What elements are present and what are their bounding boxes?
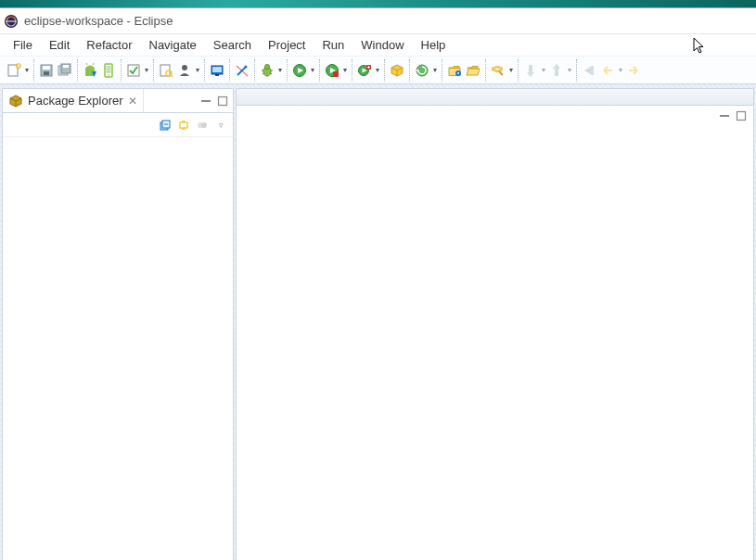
menu-help[interactable]: Help: [414, 36, 454, 54]
back-dropdown[interactable]: ▾: [617, 62, 624, 79]
svg-rect-74: [737, 112, 746, 121]
svg-marker-57: [553, 64, 560, 69]
coverage-dropdown[interactable]: ▾: [341, 62, 349, 79]
open-task-person-dropdown[interactable]: ▾: [194, 62, 201, 79]
skip-breakpoints-icon[interactable]: [234, 62, 250, 79]
focus-task-icon[interactable]: [196, 119, 209, 132]
next-annotation-icon[interactable]: [548, 62, 565, 79]
build-dropdown[interactable]: ▾: [431, 62, 439, 79]
menu-project[interactable]: Project: [261, 36, 313, 54]
svg-rect-56: [555, 69, 558, 76]
back-icon[interactable]: [599, 62, 616, 79]
search-icon[interactable]: [490, 62, 506, 79]
svg-rect-65: [219, 96, 227, 105]
svg-line-13: [86, 63, 87, 65]
open-task-icon[interactable]: [446, 62, 463, 79]
svg-rect-25: [212, 67, 222, 72]
menu-refactor[interactable]: Refactor: [79, 36, 139, 54]
link-editor-icon[interactable]: [177, 119, 190, 132]
package-explorer-tab[interactable]: Package Explorer ✕: [3, 89, 144, 112]
svg-rect-7: [43, 66, 50, 70]
package-explorer-tab-label: Package Explorer: [28, 94, 123, 108]
svg-point-28: [245, 65, 248, 68]
save-all-icon[interactable]: [57, 62, 73, 79]
svg-point-72: [201, 122, 207, 128]
svg-line-14: [93, 63, 94, 65]
android-sdk-icon[interactable]: [82, 62, 98, 79]
view-menu-icon[interactable]: ▿: [214, 119, 227, 132]
new-package-icon[interactable]: [389, 62, 405, 79]
menu-navigate[interactable]: Navigate: [142, 36, 204, 54]
debug-icon[interactable]: [259, 62, 275, 79]
editor-body[interactable]: [236, 105, 754, 560]
editor-area: [236, 88, 754, 560]
open-task-person-icon[interactable]: [176, 62, 193, 79]
package-explorer-toolbar: ▿: [3, 113, 233, 137]
title-bar[interactable]: eclipse-workspace - Eclipse: [0, 8, 756, 34]
svg-rect-11: [63, 65, 69, 68]
svg-line-22: [171, 75, 173, 77]
last-edit-icon[interactable]: [581, 62, 597, 79]
external-tools-dropdown[interactable]: ▾: [374, 62, 381, 79]
svg-rect-59: [592, 66, 594, 75]
svg-point-23: [182, 65, 187, 70]
svg-rect-8: [44, 71, 49, 75]
external-tools-icon[interactable]: [356, 62, 373, 79]
editor-tabstrip[interactable]: [236, 88, 754, 105]
menu-edit[interactable]: Edit: [42, 36, 77, 54]
prev-annotation-dropdown[interactable]: ▾: [540, 62, 547, 79]
new-dropdown[interactable]: ▾: [23, 62, 31, 79]
save-icon[interactable]: [38, 62, 55, 79]
run-icon[interactable]: [291, 62, 308, 79]
package-explorer-tree[interactable]: [3, 137, 233, 560]
svg-marker-55: [527, 72, 534, 77]
svg-marker-58: [584, 66, 592, 75]
menu-bar: File Edit Refactor Navigate Search Proje…: [0, 34, 756, 57]
svg-line-53: [499, 71, 503, 75]
search-dropdown[interactable]: ▾: [507, 62, 515, 79]
android-avd-icon[interactable]: [100, 62, 117, 79]
run-dropdown[interactable]: ▾: [309, 62, 316, 79]
package-explorer-view: Package Explorer ✕: [2, 88, 234, 560]
build-icon[interactable]: [414, 62, 430, 79]
toggle-breakpoints-icon[interactable]: [125, 62, 142, 79]
svg-rect-64: [201, 100, 211, 102]
prev-annotation-icon[interactable]: [522, 62, 539, 79]
window-title: eclipse-workspace - Eclipse: [24, 14, 173, 28]
svg-rect-17: [107, 66, 111, 73]
desktop-sliver: [0, 0, 756, 7]
menu-run[interactable]: Run: [314, 36, 352, 54]
svg-rect-73: [720, 115, 729, 117]
open-resource-icon[interactable]: [465, 62, 481, 79]
toggle-breakpoints-dropdown[interactable]: ▾: [143, 62, 150, 79]
menu-file[interactable]: File: [6, 36, 40, 54]
next-annotation-dropdown[interactable]: ▾: [566, 62, 573, 79]
package-explorer-tab-row: Package Explorer ✕: [3, 89, 233, 113]
menu-window[interactable]: Window: [353, 36, 411, 54]
svg-rect-40: [333, 71, 339, 77]
editor-maximize-icon[interactable]: [735, 109, 748, 122]
forward-icon[interactable]: [625, 62, 642, 79]
coverage-icon[interactable]: [324, 62, 340, 79]
collapse-all-icon[interactable]: [159, 119, 172, 132]
main-toolbar: ▾ ▾: [0, 57, 756, 84]
open-type-icon[interactable]: [158, 62, 174, 79]
svg-point-31: [265, 64, 270, 69]
package-explorer-close-icon[interactable]: ✕: [128, 95, 137, 108]
svg-point-18: [108, 74, 109, 76]
package-explorer-minimize-icon[interactable]: [199, 95, 212, 108]
debug-dropdown[interactable]: ▾: [276, 62, 284, 79]
new-screen-icon[interactable]: [209, 62, 225, 79]
new-icon[interactable]: [6, 62, 22, 79]
svg-rect-26: [215, 74, 219, 76]
svg-point-5: [17, 63, 21, 68]
editor-minimize-icon[interactable]: [718, 109, 731, 122]
package-explorer-maximize-icon[interactable]: [216, 95, 229, 108]
eclipse-window: eclipse-workspace - Eclipse File Edit Re…: [0, 7, 756, 560]
svg-rect-54: [529, 65, 532, 72]
menu-search[interactable]: Search: [206, 36, 259, 54]
package-explorer-icon: [8, 94, 23, 108]
eclipse-logo-icon: [4, 14, 19, 29]
work-area: Package Explorer ✕: [0, 84, 756, 560]
